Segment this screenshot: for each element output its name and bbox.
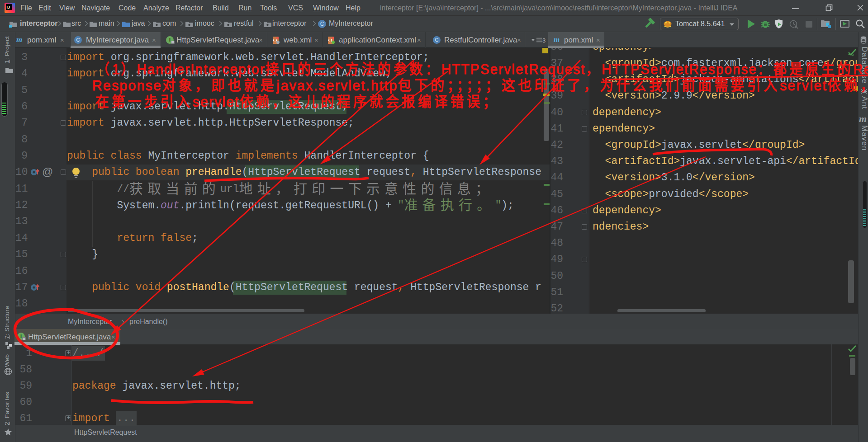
svg-text:IJ: IJ xyxy=(7,5,10,9)
